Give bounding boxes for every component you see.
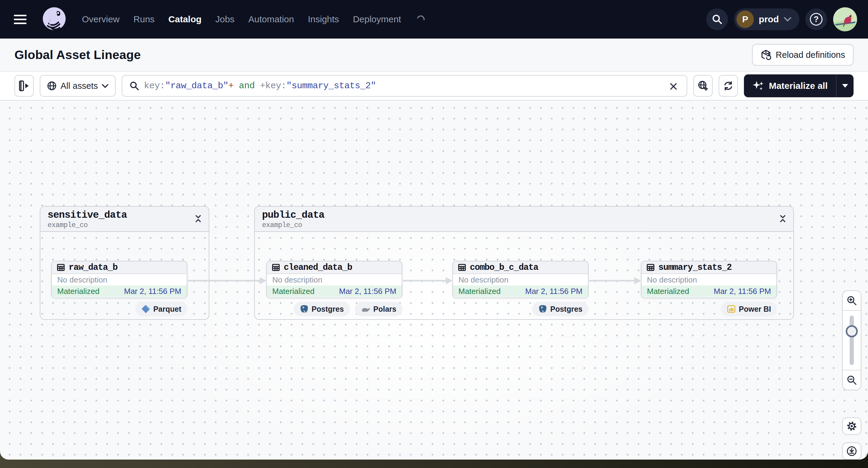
zoom-control-panel <box>842 290 861 390</box>
open-sidebar-button[interactable] <box>14 75 34 97</box>
materialize-all-label: Materialize all <box>769 81 828 91</box>
materialization-timestamp[interactable]: Mar 2, 11:56 PM <box>714 287 771 296</box>
asset-tags-summary-stats-2: Power BI <box>641 302 777 316</box>
nav-item-overview[interactable]: Overview <box>82 14 120 24</box>
asset-name: summary_stats_2 <box>658 262 732 273</box>
globe-plus-icon <box>697 80 709 92</box>
asset-status-row: Materialized Mar 2, 11:56 PM <box>642 285 776 297</box>
asset-name: cleaned_data_b <box>284 262 352 273</box>
search-button[interactable] <box>706 8 728 30</box>
nav-item-runs[interactable]: Runs <box>133 14 155 24</box>
nav-item-insights[interactable]: Insights <box>308 14 339 24</box>
asset-node-header: combo_b_c_data <box>453 261 588 274</box>
loading-spinner-icon <box>415 14 426 25</box>
collapse-group-icon[interactable] <box>779 214 787 223</box>
lineage-graph-canvas[interactable]: sensitive_data example_co public_data ex… <box>0 101 868 460</box>
nav-item-jobs[interactable]: Jobs <box>215 14 234 24</box>
tag-polars[interactable]: Polars <box>355 302 402 316</box>
status-badge: Materialized <box>272 287 314 296</box>
materialization-timestamp[interactable]: Mar 2, 11:56 PM <box>525 287 583 296</box>
zoom-in-button[interactable] <box>843 291 861 310</box>
nav-item-deployment[interactable]: Deployment <box>353 14 401 24</box>
user-avatar[interactable] <box>833 7 857 31</box>
download-icon <box>846 446 857 457</box>
tag-parquet[interactable]: Parquet <box>135 302 187 316</box>
nav-item-automation[interactable]: Automation <box>248 14 294 24</box>
zoom-slider[interactable] <box>843 310 861 370</box>
asset-node-raw-data-b[interactable]: raw_data_b No description Materialized M… <box>51 261 187 298</box>
menu-icon[interactable] <box>14 10 33 29</box>
top-navigation-bar: Overview Runs Catalog Jobs Automation In… <box>0 0 868 38</box>
reload-definitions-button[interactable]: Reload definitions <box>752 44 854 66</box>
nav-item-catalog[interactable]: Catalog <box>168 14 202 24</box>
group-location: example_co <box>262 221 786 229</box>
download-graph-button[interactable] <box>842 442 861 460</box>
parquet-icon <box>141 305 150 313</box>
zoom-slider-track <box>849 316 854 365</box>
group-location: example_co <box>48 221 202 229</box>
asset-node-combo-b-c-data[interactable]: combo_b_c_data No description Materializ… <box>453 261 589 298</box>
table-icon <box>272 263 280 272</box>
filter-scope-button[interactable] <box>693 75 713 97</box>
materialize-all-button[interactable]: Materialize all <box>744 74 836 97</box>
reload-definitions-icon <box>761 50 771 60</box>
graph-settings-button[interactable] <box>842 417 861 435</box>
materialize-options-button[interactable] <box>836 74 854 97</box>
tag-label: Power BI <box>739 305 771 313</box>
caret-down-icon <box>841 84 849 88</box>
page-header: Global Asset Lineage Reload definitions <box>0 38 868 72</box>
refresh-graph-button[interactable] <box>719 75 738 97</box>
group-name: sensitive_data <box>48 210 202 221</box>
materialize-all-split-button: Materialize all <box>744 74 854 97</box>
asset-node-cleaned-data-b[interactable]: cleaned_data_b No description Materializ… <box>266 261 402 298</box>
asset-description: No description <box>267 274 402 285</box>
tag-postgres[interactable]: Postgres <box>532 302 589 316</box>
asset-tags-cleaned-data-b: Postgres Polars <box>266 302 402 316</box>
asset-scope-label: All assets <box>61 81 98 91</box>
materialization-timestamp[interactable]: Mar 2, 11:56 PM <box>124 287 181 296</box>
chevron-down-icon <box>784 17 792 22</box>
refresh-icon <box>723 81 734 91</box>
environment-avatar: P <box>736 10 754 28</box>
environment-name: prod <box>759 14 779 24</box>
gear-icon <box>846 421 857 432</box>
asset-name: raw_data_b <box>69 262 118 273</box>
asset-description: No description <box>52 274 187 285</box>
materialization-timestamp[interactable]: Mar 2, 11:56 PM <box>339 287 396 296</box>
environment-switcher[interactable]: P prod <box>734 8 799 30</box>
asset-name: combo_b_c_data <box>470 262 538 273</box>
collapse-group-icon[interactable] <box>194 214 202 223</box>
asset-status-row: Materialized Mar 2, 11:56 PM <box>52 285 187 297</box>
help-button[interactable]: ? <box>805 8 827 30</box>
asset-status-row: Materialized Mar 2, 11:56 PM <box>453 285 588 297</box>
status-badge: Materialized <box>57 287 99 296</box>
tag-label: Postgres <box>550 305 583 313</box>
tag-postgres[interactable]: Postgres <box>293 302 350 316</box>
tag-power-bi[interactable]: Power BI <box>721 302 777 316</box>
zoom-slider-handle[interactable] <box>846 325 858 337</box>
asset-scope-dropdown[interactable]: All assets <box>40 75 116 97</box>
zoom-in-icon <box>847 295 857 306</box>
postgres-icon <box>538 305 547 313</box>
asset-node-summary-stats-2[interactable]: summary_stats_2 No description Materiali… <box>641 261 777 298</box>
dagster-logo-icon[interactable] <box>40 5 69 34</box>
globe-icon <box>47 81 57 91</box>
asset-description: No description <box>453 274 588 285</box>
group-name: public_data <box>262 210 786 221</box>
zoom-out-button[interactable] <box>843 370 861 390</box>
reload-definitions-label: Reload definitions <box>776 50 845 60</box>
tag-label: Parquet <box>153 305 181 313</box>
lineage-toolbar: All assets key:"raw_data_b"+ and +key:"s… <box>0 72 868 101</box>
status-badge: Materialized <box>458 287 501 296</box>
asset-status-row: Materialized Mar 2, 11:56 PM <box>267 285 402 297</box>
status-badge: Materialized <box>647 287 689 296</box>
table-icon <box>57 263 65 272</box>
postgres-icon <box>300 305 309 313</box>
primary-nav: Overview Runs Catalog Jobs Automation In… <box>82 14 425 24</box>
chevron-down-icon <box>102 84 108 88</box>
clear-search-button[interactable] <box>667 80 680 93</box>
polars-icon <box>361 305 370 313</box>
asset-search-input[interactable]: key:"raw_data_b"+ and +key:"summary_stat… <box>122 75 687 97</box>
asset-description: No description <box>642 274 776 285</box>
tag-label: Polars <box>373 305 396 313</box>
